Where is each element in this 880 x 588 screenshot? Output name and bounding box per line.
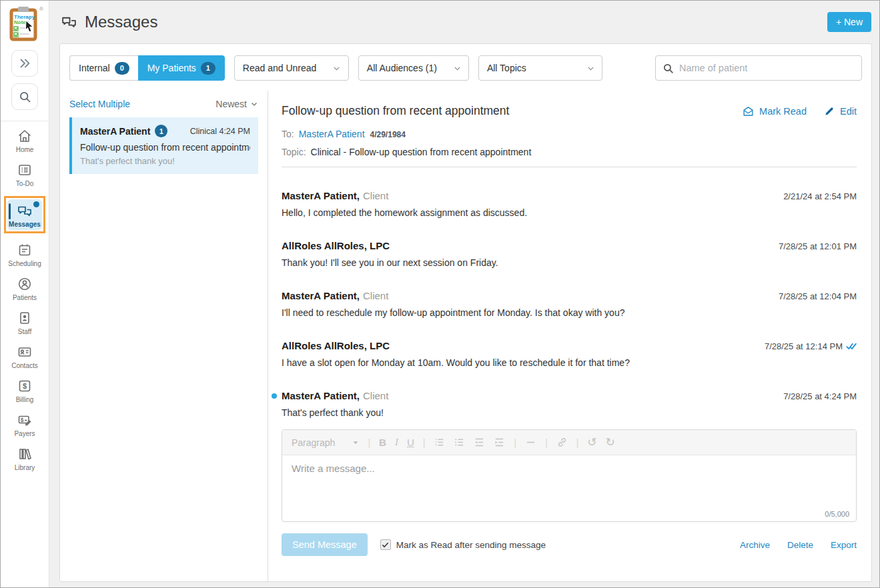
mark-read-button[interactable]: Mark Read (742, 105, 807, 117)
checkbox-checked-icon (380, 539, 391, 550)
payers-card-pencil-icon: $ (17, 412, 33, 428)
sidebar-search-button[interactable] (11, 83, 38, 110)
sidebar-item-payers[interactable]: $ Payers (14, 412, 35, 437)
mark-read-after-send-checkbox[interactable]: Mark as Read after sending message (380, 539, 546, 550)
library-books-icon (17, 446, 33, 462)
message-input[interactable] (282, 455, 856, 507)
outdent-button[interactable] (474, 437, 485, 448)
sidebar-item-library[interactable]: Library (15, 446, 35, 471)
page-title: Messages (85, 13, 157, 31)
patient-search-input[interactable] (679, 63, 855, 73)
home-icon (17, 128, 33, 144)
thread-panel: Follow-up question from recent appointme… (268, 91, 871, 581)
message-timestamp: 7/28/25 at 4:24 PM (783, 391, 857, 401)
message-sender: MasterA Patient, (282, 190, 360, 201)
triangle-down-icon (352, 439, 359, 446)
sidebar-item-staff[interactable]: Staff (17, 310, 33, 335)
audiences-value: All Audiences (1) (367, 63, 437, 73)
toolbar-separator: | (423, 437, 426, 448)
sort-dropdown[interactable]: Newest (215, 99, 258, 109)
main-area: Messages + New Internal 0 My Patients 1 (49, 1, 879, 587)
todo-list-icon (17, 162, 33, 178)
topic-value: Clinical - Follow-up question from recen… (311, 147, 532, 157)
sidebar-item-billing[interactable]: $ Billing (16, 378, 34, 403)
message-list-item[interactable]: MasterA Patient 1 Clinical 4:24 PM Follo… (69, 117, 258, 174)
indent-button[interactable] (494, 437, 505, 448)
bold-button[interactable]: B (379, 437, 386, 448)
recipient-dob: 4/29/1984 (370, 130, 406, 139)
chevrons-right-icon (17, 56, 32, 71)
italic-button[interactable]: I (395, 437, 398, 448)
sidebar-item-home[interactable]: Home (16, 128, 34, 153)
toolbar-separator: | (368, 437, 370, 448)
paragraph-format-value: Paragraph (292, 437, 335, 448)
chevron-down-icon (586, 64, 595, 73)
toolbar-separator: | (545, 437, 548, 448)
topic-row: Topic: Clinical - Follow-up question fro… (282, 147, 857, 157)
message-composer: Paragraph | B I U | (282, 429, 857, 522)
sidebar-item-todo[interactable]: To-Do (16, 162, 34, 187)
list-item-unread-badge: 1 (155, 125, 167, 137)
list-item-name: MasterA Patient (80, 126, 150, 137)
to-label: To: (282, 129, 294, 139)
messages-title-icon (60, 14, 78, 31)
topics-dropdown[interactable]: All Topics (478, 55, 602, 81)
read-receipt-double-check-icon (846, 342, 857, 351)
card-body: Select Multiple Newest MasterA Patient 1… (60, 91, 871, 581)
pencil-icon (824, 105, 835, 117)
toolbar-separator: | (576, 437, 579, 448)
audiences-dropdown[interactable]: All Audiences (1) (358, 55, 469, 81)
paragraph-format-dropdown[interactable]: Paragraph (292, 437, 359, 448)
link-button[interactable] (556, 437, 568, 448)
message-list-panel: Select Multiple Newest MasterA Patient 1… (60, 91, 268, 581)
search-icon (663, 63, 674, 74)
export-link[interactable]: Export (831, 540, 857, 550)
sidebar-item-patients[interactable]: Patients (13, 276, 37, 301)
select-multiple-link[interactable]: Select Multiple (69, 99, 130, 109)
messages-card: Internal 0 My Patients 1 Read and Unread… (59, 43, 872, 582)
list-item-preview: That's perfect thank you! (80, 156, 250, 166)
expand-sidebar-button[interactable] (11, 50, 38, 77)
horizontal-rule-button[interactable] (525, 437, 536, 448)
envelope-icon (742, 105, 755, 117)
message-sender-role: Client (363, 190, 388, 201)
billing-dollar-icon: $ (17, 378, 33, 394)
sidebar-item-scheduling[interactable]: Scheduling (8, 242, 41, 267)
redo-button[interactable]: ↻ (606, 435, 615, 449)
message-sender: MasterA Patient, (282, 290, 360, 301)
composer-input-area: 0/5,000 (282, 455, 856, 521)
unread-dot (272, 393, 277, 399)
message-sender: AllRoles AllRoles, LPC (282, 340, 390, 351)
chevron-down-icon (250, 100, 258, 108)
delete-link[interactable]: Delete (787, 540, 813, 550)
unordered-list-button[interactable] (454, 437, 465, 448)
read-status-value: Read and Unread (243, 63, 317, 73)
sidebar: Therapy Notes ® (1, 1, 49, 587)
active-indicator-bar (9, 203, 11, 219)
composer-actions: Send Message Mark as Read after sending … (282, 533, 857, 567)
sidebar-divider (1, 121, 49, 121)
read-status-dropdown[interactable]: Read and Unread (234, 55, 349, 81)
archive-link[interactable]: Archive (740, 540, 770, 550)
ordered-list-button[interactable] (434, 437, 445, 448)
svg-text:$: $ (21, 417, 24, 423)
sort-value: Newest (215, 99, 247, 109)
toolbar-separator: | (514, 437, 516, 448)
edit-button[interactable]: Edit (824, 105, 857, 117)
send-message-button[interactable]: Send Message (282, 533, 368, 556)
composer-toolbar: Paragraph | B I U | (282, 430, 856, 455)
recipient-link[interactable]: MasterA Patient (299, 129, 365, 139)
tab-my-patients[interactable]: My Patients 1 (138, 55, 225, 81)
undo-button[interactable]: ↺ (587, 435, 596, 449)
new-message-button[interactable]: + New (827, 12, 871, 32)
sidebar-item-messages[interactable]: Messages (4, 196, 45, 233)
svg-text:$: $ (23, 382, 27, 390)
message-body: I have a slot open for Monday at 10am. W… (282, 357, 857, 368)
sidebar-item-contacts[interactable]: Contacts (11, 344, 37, 369)
staff-badge-icon (17, 310, 33, 326)
topics-value: All Topics (487, 63, 526, 73)
therapynotes-logo[interactable]: Therapy Notes ® (7, 6, 42, 43)
tab-internal[interactable]: Internal 0 (69, 55, 138, 81)
message-timestamp: 7/28/25 at 12:14 PM (765, 341, 843, 351)
underline-button[interactable]: U (407, 437, 414, 448)
